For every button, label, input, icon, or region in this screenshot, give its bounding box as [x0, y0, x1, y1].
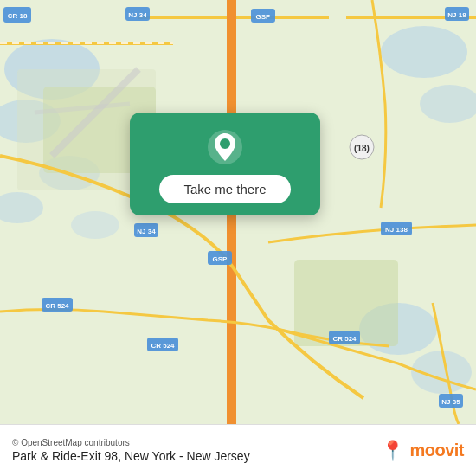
svg-text:CR 18: CR 18 [8, 12, 28, 20]
svg-text:NJ 34: NJ 34 [128, 11, 147, 19]
svg-text:NJ 138: NJ 138 [385, 226, 408, 234]
svg-text:GSP: GSP [213, 255, 228, 263]
svg-point-5 [71, 211, 119, 239]
moovit-logo: 📍 moovit [381, 440, 464, 462]
svg-point-48 [220, 138, 230, 149]
svg-text:CR 524: CR 524 [151, 342, 175, 350]
map-pin-icon [206, 128, 244, 166]
bottom-info: © OpenStreetMap contributors Park & Ride… [12, 438, 250, 463]
map-container: CR 18 NJ 34 GSP NJ 18 NJ 34 GSP (18) NJ … [0, 0, 476, 424]
svg-text:NJ 35: NJ 35 [441, 398, 460, 406]
svg-text:CR 524: CR 524 [332, 335, 357, 343]
svg-text:NJ 18: NJ 18 [447, 11, 466, 19]
svg-point-6 [381, 26, 467, 78]
svg-text:GSP: GSP [256, 13, 272, 21]
moovit-brand: moovit [409, 441, 464, 460]
svg-text:CR 524: CR 524 [45, 302, 69, 310]
moovit-pin-icon: 📍 [381, 440, 404, 462]
svg-text:NJ 34: NJ 34 [137, 228, 156, 235]
location-name: Park & Ride-Exit 98, New York - New Jers… [12, 449, 250, 463]
osm-credit: © OpenStreetMap contributors [12, 438, 250, 447]
take-me-there-button[interactable]: Take me there [159, 175, 290, 203]
location-card: Take me there [130, 113, 320, 215]
bottom-bar: © OpenStreetMap contributors Park & Ride… [0, 424, 476, 476]
svg-text:(18): (18) [354, 144, 370, 153]
